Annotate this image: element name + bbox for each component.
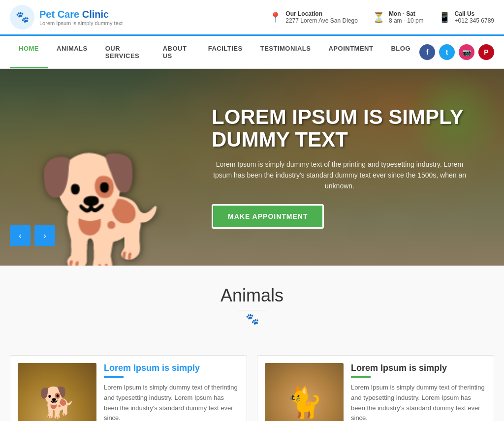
logo-text: Pet Care Clinic Lorem Ipsum is simply du… (39, 9, 123, 26)
hero-next-button[interactable]: › (34, 225, 55, 246)
animal-card-dog: Lorem Ipsum is simply Lorem Ipsum is sim… (10, 355, 247, 421)
nav-services[interactable]: OUR SERVICES (96, 36, 154, 68)
cat-card-title: Lorem Ipsum is simply (351, 363, 486, 373)
phone-value: +012 345 6789 (455, 17, 494, 24)
location-info: 📍 Our Location 2277 Lorem Ave San Diego (269, 10, 358, 24)
logo-icon: 🐾 (10, 5, 34, 30)
instagram-icon[interactable]: 📷 (459, 44, 474, 60)
paw-decoration: 🐾 (10, 313, 494, 326)
cat-illustration (265, 363, 344, 421)
dog-card-body: Lorem Ipsum is simply Lorem Ipsum is sim… (104, 363, 239, 421)
nav-about[interactable]: ABOUT US (154, 36, 199, 68)
hero-description: Lorem Ipsum is simply dummy text of the … (212, 159, 468, 192)
nav-animals[interactable]: ANIMALS (48, 36, 96, 68)
nav-bar: HOME ANIMALS OUR SERVICES ABOUT US FACIL… (0, 36, 504, 69)
dog-title-underline (104, 376, 124, 378)
cards-row: Lorem Ipsum is simply Lorem Ipsum is sim… (0, 350, 504, 421)
hours-label: Mon - Sat (389, 10, 424, 17)
brand-name: Pet Care Clinic (39, 9, 123, 20)
hero-prev-button[interactable]: ‹ (10, 225, 31, 246)
twitter-icon[interactable]: t (439, 44, 455, 60)
divider (237, 310, 267, 310)
cat-card-text: Lorem Ipsum is simply dummy text of ther… (351, 383, 486, 421)
dog-illustration (18, 363, 96, 421)
phone-icon: 📱 (439, 11, 451, 23)
phone-label: Call Us (455, 10, 494, 17)
nav-blog[interactable]: BLOG (382, 36, 419, 68)
hero-section: 🐕 LOREM IPSUM IS SIMPLY DUMMY TEXT Lorem… (0, 69, 504, 266)
hours-value: 8 am - 10 pm (389, 17, 424, 24)
dog-card-title: Lorem Ipsum is simply (104, 363, 239, 373)
nav-home[interactable]: HOME (10, 36, 48, 68)
location-icon: 📍 (269, 11, 282, 23)
hours-icon: ⏳ (373, 11, 385, 23)
animals-section: Animals 🐾 (0, 266, 504, 350)
hero-content: LOREM IPSUM IS SIMPLY DUMMY TEXT Lorem I… (212, 106, 468, 229)
brand-tagline: Lorem Ipsum is simply dummy text (39, 20, 123, 26)
cat-card-body: Lorem Ipsum is simply Lorem Ipsum is sim… (351, 363, 486, 421)
phone-info: 📱 Call Us +012 345 6789 (439, 10, 494, 24)
nav-appointment[interactable]: APOINTMENT (319, 36, 382, 68)
make-appointment-button[interactable]: MAKE APPOINTMENT (212, 204, 324, 229)
dog-card-text: Lorem Ipsum is simply dummy text of ther… (104, 383, 239, 421)
facebook-icon[interactable]: f (419, 44, 435, 60)
nav-links: HOME ANIMALS OUR SERVICES ABOUT US FACIL… (10, 36, 419, 68)
animals-title: Animals (10, 285, 494, 306)
nav-facilities[interactable]: FACILTIES (199, 36, 252, 68)
animal-card-cat: Lorem Ipsum is simply Lorem Ipsum is sim… (257, 355, 494, 421)
hero-heading: LOREM IPSUM IS SIMPLY DUMMY TEXT (212, 106, 468, 151)
contact-info: 📍 Our Location 2277 Lorem Ave San Diego … (269, 10, 494, 24)
nav-testimonials[interactable]: TESTIMONIALS (252, 36, 320, 68)
hero-dog-image: 🐕 (36, 157, 171, 266)
location-label: Our Location (285, 10, 358, 17)
hero-navigation: ‹ › (10, 225, 55, 246)
cat-card-image (265, 363, 344, 421)
location-value: 2277 Lorem Ave San Diego (285, 17, 358, 24)
top-bar: 🐾 Pet Care Clinic Lorem Ipsum is simply … (0, 0, 504, 36)
logo-area: 🐾 Pet Care Clinic Lorem Ipsum is simply … (10, 5, 123, 30)
hours-info: ⏳ Mon - Sat 8 am - 10 pm (373, 10, 424, 24)
cat-title-underline (351, 376, 371, 378)
pinterest-icon[interactable]: P (478, 44, 494, 60)
dog-card-image (18, 363, 96, 421)
social-icons: f t 📷 P (419, 44, 494, 60)
